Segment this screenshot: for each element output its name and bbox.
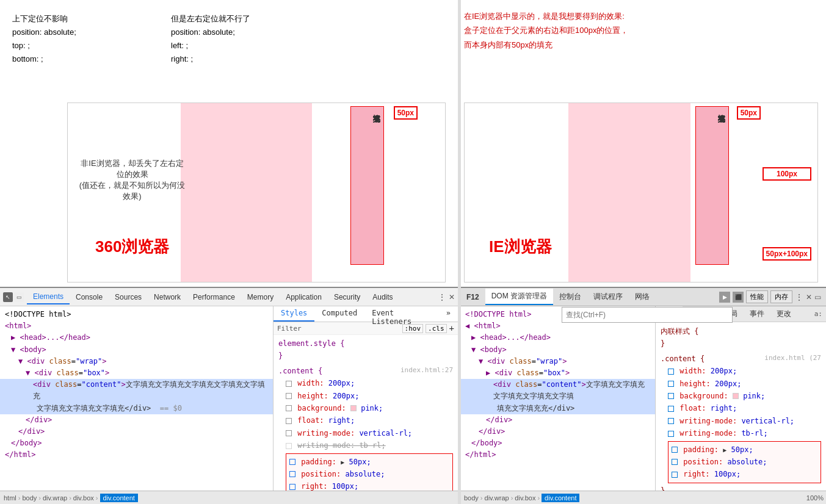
add-style-button[interactable]: + [449, 323, 454, 333]
ie-perf-btn[interactable]: 性能 [746, 290, 768, 303]
ie-float-val: right; [711, 404, 737, 412]
ie-position-cb[interactable] [672, 459, 678, 465]
ie-breadcrumb-divcontent-active[interactable]: div.content [542, 494, 579, 502]
position-prop: position: [301, 470, 345, 478]
ie-memory-btn[interactable]: 内存 [770, 290, 792, 303]
writing-mode-cb[interactable] [286, 430, 292, 436]
styles-tab-computed[interactable]: Computed [314, 306, 364, 322]
ie-console-tab[interactable]: 控制台 [553, 289, 587, 304]
ie-icon-2[interactable]: ⬛ [733, 292, 744, 303]
ie-status-right: 100% [806, 494, 824, 502]
breadcrumb-divwrap[interactable]: div.wrap [43, 494, 67, 502]
ie-float-prop: float: [679, 404, 711, 412]
ie-breadcrumb-divbox[interactable]: div.box [515, 494, 535, 502]
sep3: › [69, 494, 71, 502]
ie-icon-1[interactable]: ▶ [719, 292, 730, 303]
tab-performance[interactable]: Performance [187, 290, 241, 304]
dom-div-content-line2: 文字填充文字填充文字填充</div> == $0 [0, 403, 273, 414]
ie-width-cb[interactable] [668, 369, 674, 375]
cursor-icon[interactable]: ↖ [3, 292, 13, 302]
width-cb[interactable] [286, 381, 292, 387]
ie-close-icon[interactable]: ✕ [806, 293, 812, 301]
ie-padding-cb[interactable] [672, 447, 678, 453]
tab-elements[interactable]: Elements [27, 290, 70, 304]
padding-expand[interactable]: ▶ [341, 459, 344, 466]
ie-wm-tbrl-prop: writing-mode: [679, 429, 741, 437]
ie-float-cb[interactable] [668, 406, 674, 412]
writing-mode-val: vertical-rl; [359, 429, 412, 437]
bg-prop-row: background: pink; [286, 402, 453, 414]
dom-div-content-selected: <div class="content">文字填充文字填充文字填充文字填充文字填… [0, 379, 273, 402]
mobile-icon[interactable]: ▭ [14, 292, 24, 302]
ie-wm-tbrl-cb[interactable] [668, 431, 674, 437]
ie-dom-head: ▶ <head>...</head> [460, 332, 655, 344]
tab-sources[interactable]: Sources [109, 290, 148, 304]
ie-dom-div-content-line2: 填充文字填充充</div> [460, 403, 655, 414]
ie-color-swatch[interactable] [733, 393, 739, 399]
color-swatch[interactable] [350, 405, 357, 411]
ie-height-cb[interactable] [668, 381, 674, 387]
dom-body: ▼ <body> [0, 344, 273, 356]
panel-divider[interactable] [458, 0, 461, 504]
ie-dom-tab[interactable]: DOM 资源管理器 [485, 289, 553, 305]
ie-wm-val: vertical-rl; [741, 417, 794, 425]
position-cb[interactable] [289, 471, 295, 477]
tab-memory[interactable]: Memory [241, 290, 280, 304]
sep1: › [18, 494, 21, 502]
ie-dom-close-box: </div> [460, 414, 655, 426]
breadcrumb-body[interactable]: body [22, 494, 37, 502]
ie-search-field[interactable] [562, 307, 733, 323]
styles-tab-more[interactable]: » [439, 306, 458, 322]
height-cb[interactable] [286, 393, 292, 399]
right-cb[interactable] [289, 484, 295, 490]
more-icon[interactable]: ⋮ [438, 292, 446, 302]
breadcrumb-divcontent-active[interactable]: div.content [100, 494, 138, 502]
ie-right-cb[interactable] [672, 472, 678, 478]
width-val: 200px; [328, 379, 355, 387]
tab-application[interactable]: Application [280, 290, 328, 304]
ie-padding-expand[interactable]: ▶ [723, 447, 726, 453]
close-icon[interactable]: ✕ [449, 293, 455, 301]
styles-tab-styles[interactable]: Styles [274, 306, 314, 322]
styles-tab-events[interactable]: Event Listeners [364, 306, 439, 322]
bg-val: pink; [361, 404, 383, 412]
ie-more-icon[interactable]: ⋮ [795, 292, 803, 302]
ie-tab-events[interactable]: 事件 [744, 306, 770, 322]
ie-search-input[interactable] [566, 311, 728, 319]
height-prop: height: [297, 392, 333, 400]
ie-height-prop: height: [679, 380, 715, 388]
ie-bg-cb[interactable] [668, 393, 674, 399]
ie-height-val: 200px; [715, 380, 741, 388]
writing-mode-tbrl-cb[interactable] [286, 443, 292, 449]
tab-audits[interactable]: Audits [366, 290, 399, 304]
tab-console[interactable]: Console [70, 290, 109, 304]
ie-body: <!DOCTYPE html> ◀ <html> ▶ <head>...</he… [460, 306, 826, 491]
ie-tab-changes[interactable]: 更改 [770, 306, 797, 322]
px50-label-ie: 50px [737, 106, 761, 120]
breadcrumb-html[interactable]: html [4, 494, 16, 502]
ie-content-header: .content { index.html (27 [661, 353, 821, 365]
bg-cb[interactable] [286, 405, 292, 411]
float-prop-row: float: right; [286, 414, 453, 427]
ie-breadcrumb-body[interactable]: body [464, 494, 479, 502]
cls-button[interactable]: .cls [426, 324, 447, 333]
breadcrumb-divbox[interactable]: div.box [73, 494, 94, 502]
tab-network[interactable]: Network [148, 290, 187, 304]
hov-button[interactable]: :hov [402, 324, 424, 333]
ie-debugger-tab[interactable]: 调试程序 [587, 289, 629, 304]
padding-cb[interactable] [289, 459, 295, 465]
ie-wm-cb[interactable] [668, 418, 674, 424]
ie-network-tab[interactable]: 网络 [629, 289, 656, 304]
top-middle-text: 但是左右定位就不行了 position: absolute; left: ; r… [171, 12, 250, 66]
ie-f12-btn[interactable]: F12 [460, 290, 485, 304]
float-cb[interactable] [286, 418, 292, 424]
padding-prop: padding: [301, 458, 341, 466]
ie-position-prop: position: [683, 458, 727, 466]
float-prop: float: [297, 416, 328, 425]
ie-position-row: position: absolute; [672, 456, 817, 468]
height-prop-row: height: 200px; [286, 390, 453, 402]
width-prop-row: width: 200px; [286, 377, 453, 389]
ie-resize-icon[interactable]: ▭ [814, 293, 821, 301]
ie-breadcrumb-divwrap[interactable]: div.wrap [485, 494, 509, 502]
tab-security[interactable]: Security [328, 290, 366, 304]
